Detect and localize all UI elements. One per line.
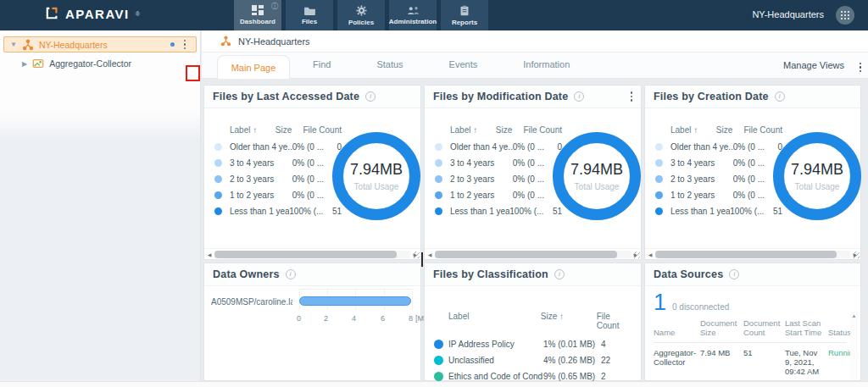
card-data-sources: Data Sources i 1 0 disconnected Name Doc…	[644, 263, 861, 381]
top-navbar: APARAVI ® ⓘ Dashboard Files	[0, 0, 868, 30]
scrollbar-thumb[interactable]	[655, 251, 837, 258]
scrollbar-thumb[interactable]	[435, 251, 617, 258]
tree-item-ny-headquarters[interactable]: ▼ NY-Headquarters	[3, 36, 197, 53]
manage-views-button[interactable]: Manage Views	[783, 60, 844, 70]
column-header-label[interactable]: Label ↑	[450, 125, 496, 135]
info-icon[interactable]: i	[286, 269, 296, 279]
nav-reports[interactable]: Reports	[441, 0, 488, 30]
column-header-count[interactable]: File Count	[743, 125, 782, 135]
row-size: 0% (0 ...	[733, 158, 771, 168]
nav-policies[interactable]: Policies	[337, 0, 385, 30]
horizontal-scrollbar[interactable]: ◀ ▶	[645, 248, 860, 259]
row-size: 0% (0 ...	[292, 158, 331, 168]
status-dot	[170, 42, 175, 47]
column-header-document-size[interactable]: Document Size	[700, 318, 741, 337]
scrollbar-track[interactable]	[655, 251, 850, 258]
table-row: Less than 1 year 100% (... 51	[645, 203, 782, 219]
row-size: 0% (0 ...	[513, 174, 551, 184]
current-site-label: NY-Headquarters	[752, 9, 824, 19]
row-label: Older than 4 ye...	[230, 142, 292, 152]
row-size: 0% (0 ...	[292, 191, 331, 200]
column-header-size[interactable]: Size	[275, 125, 303, 135]
axis-tick: 8	[409, 314, 413, 323]
column-header-size[interactable]: Size	[496, 125, 524, 135]
info-icon[interactable]: i	[554, 269, 565, 279]
scrollbar-track[interactable]	[435, 251, 631, 258]
table-row: 2 to 3 years 0% (0 ... 0	[645, 171, 782, 187]
sort-arrow-icon: ↑	[253, 125, 257, 135]
vertical-scrollbar[interactable]: ▲	[850, 312, 858, 379]
info-icon[interactable]: i	[574, 91, 584, 102]
legend-dot	[434, 340, 443, 349]
scrollbar-thumb[interactable]	[214, 251, 397, 258]
column-header-label[interactable]: Label ↑	[670, 125, 716, 135]
donut-caption: Total Usage	[795, 182, 840, 191]
source-size: 7.94 MB	[700, 348, 741, 376]
column-header-document-count[interactable]: Document Count	[743, 318, 782, 337]
legend-dot	[655, 191, 663, 199]
info-icon[interactable]: i	[775, 91, 785, 102]
scroll-left-icon[interactable]: ◀	[204, 252, 214, 257]
breadcrumb-bar: NY-Headquarters	[202, 30, 868, 53]
column-header-size[interactable]: Size ↑	[541, 312, 597, 330]
nav-dashboard[interactable]: ⓘ Dashboard	[234, 0, 281, 30]
row-label: Less than 1 year	[450, 207, 509, 216]
column-header-count[interactable]: File Count	[597, 312, 634, 330]
tab-find[interactable]: Find	[290, 59, 353, 78]
resize-handle[interactable]	[853, 252, 860, 258]
bar-plot	[299, 289, 413, 310]
tab-events[interactable]: Events	[426, 59, 501, 78]
resize-handle[interactable]	[633, 252, 640, 258]
tab-information[interactable]: Information	[500, 59, 593, 78]
tree-item-kebab-menu[interactable]	[179, 40, 191, 50]
horizontal-scrollbar[interactable]: ◀ ▶	[204, 248, 420, 259]
legend-dot	[435, 143, 442, 151]
disconnected-label: 0 disconnected	[672, 302, 729, 312]
sort-arrow-icon: ↑	[693, 125, 698, 135]
apps-grid-button[interactable]	[836, 6, 854, 25]
card-files-by-creation-date: Files by Creation Date i Label ↑ Size Fi…	[644, 85, 861, 260]
tab-main-page[interactable]: Main Page	[217, 55, 290, 79]
column-header-label[interactable]: Label ↑	[230, 125, 275, 135]
card-files-by-modification-date: Files by Modification Date i Label ↑ Siz…	[424, 85, 642, 260]
aparavi-dashboard: APARAVI ® ⓘ Dashboard Files	[0, 0, 868, 387]
legend-dot	[655, 175, 663, 183]
nav-label: Files	[302, 18, 317, 25]
breadcrumb: NY-Headquarters	[238, 36, 310, 47]
legend-dot	[655, 207, 663, 215]
legend-dot	[214, 159, 222, 167]
tree-item-aggregator-collector[interactable]: ▶ Aggregator-Collector	[0, 56, 200, 71]
data-owner-bar[interactable]	[299, 296, 411, 306]
views-kebab-menu[interactable]	[860, 63, 862, 73]
card-body: 1 0 disconnected Name Document Size Docu…	[645, 286, 860, 381]
legend-dot	[214, 143, 222, 151]
card-kebab-menu[interactable]	[631, 91, 633, 102]
scroll-left-icon[interactable]: ◀	[645, 252, 655, 257]
apps-grid-icon	[841, 11, 850, 20]
table-row: 2 to 3 years 0% (0 ... 0	[425, 171, 562, 187]
row-label: 1 to 2 years	[670, 191, 733, 200]
card-header: Files by Modification Date i	[425, 86, 641, 108]
scrollbar-track[interactable]	[214, 251, 410, 258]
column-header-count[interactable]: File Count	[523, 125, 562, 135]
scroll-up-icon[interactable]: ▲	[852, 313, 857, 379]
row-size: 0% (0 ...	[513, 142, 551, 152]
scroll-left-icon[interactable]: ◀	[425, 252, 435, 257]
column-header-last-scan[interactable]: Last Scan Start Time	[785, 318, 826, 337]
aparavi-logo[interactable]: APARAVI ®	[44, 6, 140, 21]
chevron-right-icon[interactable]: ▶	[22, 60, 27, 68]
info-icon[interactable]: i	[729, 269, 739, 279]
nav-files[interactable]: Files	[286, 0, 333, 30]
info-icon[interactable]: i	[365, 91, 376, 102]
column-header-label[interactable]: Label	[448, 312, 541, 330]
logo-registered-mark: ®	[136, 11, 140, 17]
chevron-down-icon[interactable]: ▼	[10, 41, 17, 48]
tab-status[interactable]: Status	[353, 59, 426, 78]
column-header-count[interactable]: File Count	[303, 125, 342, 135]
resize-handle[interactable]	[413, 252, 420, 258]
nav-administration[interactable]: Administration	[389, 0, 437, 30]
logo-text: APARAVI	[65, 7, 130, 21]
horizontal-scrollbar[interactable]: ◀ ▶	[425, 248, 641, 259]
column-header-size[interactable]: Size	[716, 125, 744, 135]
column-header-name[interactable]: Name	[654, 328, 698, 337]
